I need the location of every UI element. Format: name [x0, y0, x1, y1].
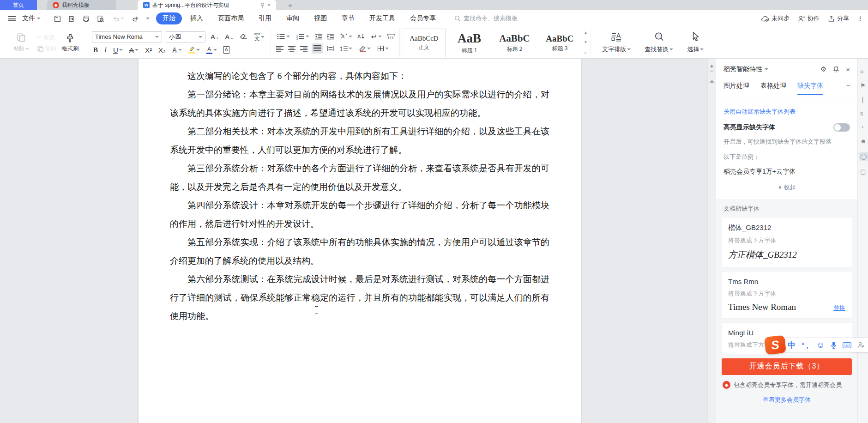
tab-home[interactable]: 首页: [0, 0, 37, 10]
text-layout-button[interactable]: A 文字排版: [595, 31, 638, 54]
toolbar-options-icon[interactable]: [146, 18, 150, 19]
print-icon[interactable]: [82, 15, 90, 23]
style-heading2[interactable]: AaBbC 标题 2: [492, 29, 536, 57]
dock-bookmark-icon[interactable]: ⚑: [860, 83, 868, 89]
document-workspace[interactable]: 这次编写的论文包含了 6 个部分的内容，具体内容如下： 第一部分绪论：本章主要对…: [0, 59, 707, 423]
ribbon-tab-page-layout[interactable]: 页面布局: [211, 12, 250, 24]
font-size-select[interactable]: 小四: [166, 31, 205, 42]
tab-image-processing[interactable]: 图片处理: [723, 82, 749, 95]
font-name-select[interactable]: Times New Roma: [92, 31, 162, 42]
panel-pin-icon[interactable]: [833, 66, 839, 73]
paste-dropdown-icon[interactable]: [25, 48, 29, 50]
styles-more-icon[interactable]: ≡: [584, 50, 587, 55]
copy-button[interactable]: 复制: [37, 45, 56, 53]
print-preview-icon[interactable]: [96, 15, 104, 23]
superscript-button[interactable]: X²: [144, 46, 153, 54]
new-tab-button[interactable]: +: [284, 1, 296, 9]
column-width-button[interactable]: [387, 34, 395, 40]
highlight-color-button[interactable]: [187, 45, 201, 54]
ime-punctuation-icon[interactable]: °，: [802, 342, 810, 349]
undo-dropdown-icon[interactable]: [121, 18, 124, 19]
ribbon-tab-review[interactable]: 审阅: [280, 12, 306, 24]
styles-scroll-down-icon[interactable]: ▼: [584, 40, 587, 44]
panel-tabs-more-icon[interactable]: ≡: [846, 83, 850, 94]
dock-contact-icon[interactable]: ☻: [860, 138, 868, 144]
global-menu-icon[interactable]: [8, 16, 16, 21]
sync-status-button[interactable]: 未同步: [761, 14, 790, 23]
collapse-button[interactable]: ∧ 收起: [716, 183, 857, 192]
sort-button[interactable]: A: [357, 33, 365, 40]
tab-docer-templates[interactable]: ◆ 我稻壳模板: [47, 0, 116, 10]
panel-settings-icon[interactable]: ⚙: [820, 65, 826, 73]
sogou-logo-icon[interactable]: S: [764, 335, 786, 355]
style-heading1[interactable]: AaB 标题 1: [447, 29, 491, 57]
align-right-button[interactable]: [300, 46, 308, 52]
vertical-scrollbar[interactable]: ◆▭: [707, 59, 716, 423]
shading-button[interactable]: [357, 45, 372, 53]
increase-indent-button[interactable]: [326, 33, 335, 40]
font-card-kaiti[interactable]: 楷体_GB2312 将替换成下方字体 方正楷体_GB2312: [722, 218, 852, 267]
ribbon-tab-section[interactable]: 章节: [335, 12, 361, 24]
ribbon-tab-dev-tools[interactable]: 开发工具: [363, 12, 402, 24]
file-menu[interactable]: 文件: [19, 14, 43, 23]
decrease-indent-button[interactable]: [314, 33, 323, 40]
style-heading3[interactable]: AaBbC 标题 3: [537, 29, 582, 57]
replace-link[interactable]: 替换: [833, 304, 845, 312]
increase-font-button[interactable]: A+: [209, 33, 220, 41]
borders-button[interactable]: [376, 44, 390, 53]
save-icon[interactable]: [54, 15, 61, 23]
export-icon[interactable]: [68, 15, 76, 23]
phonetic-guide-button[interactable]: wén文: [253, 31, 266, 42]
ribbon-tab-home[interactable]: 开始: [156, 12, 182, 24]
style-normal[interactable]: AaBbCcD 正文: [402, 29, 446, 57]
dock-help-icon[interactable]: ◯: [859, 152, 868, 161]
more-options-icon[interactable]: ⋮: [857, 15, 863, 22]
decrease-font-button[interactable]: A−: [223, 33, 234, 41]
document-page[interactable]: 这次编写的论文包含了 6 个部分的内容，具体内容如下： 第一部分绪论：本章主要对…: [139, 59, 581, 423]
highlight-missing-fonts-toggle[interactable]: [833, 123, 850, 132]
tab-document-active[interactable]: W 基于 spring...平台的设计与实现 ⚲ ×: [138, 0, 276, 10]
text-effects-button[interactable]: A: [171, 45, 183, 55]
undo-button[interactable]: [111, 14, 126, 23]
dock-clock-icon[interactable]: ◔: [860, 124, 868, 130]
ribbon-tab-view[interactable]: 视图: [307, 12, 333, 24]
dock-outline-icon[interactable]: ≡: [860, 69, 868, 75]
bullet-list-button[interactable]: [276, 32, 291, 41]
format-painter-button[interactable]: 格式刷: [58, 32, 82, 54]
align-left-button[interactable]: [276, 46, 284, 52]
font-color-button[interactable]: A: [205, 45, 218, 55]
align-center-button[interactable]: [288, 46, 296, 52]
numbered-list-button[interactable]: 123: [295, 32, 311, 41]
styles-scroll-up-icon[interactable]: ▲: [584, 30, 587, 35]
underline-button[interactable]: U: [112, 45, 124, 55]
collaborate-button[interactable]: 协作: [798, 14, 820, 23]
download-after-membership-button[interactable]: 开通会员后下载（3）: [722, 358, 852, 375]
command-search-input[interactable]: 查找命令、搜索模板: [454, 14, 518, 23]
ribbon-tab-member[interactable]: 会员专享: [404, 12, 442, 24]
wrap-mark-button[interactable]: [368, 33, 383, 41]
dock-doc-icon[interactable]: ▢: [860, 169, 868, 175]
redo-button[interactable]: [132, 15, 139, 22]
distribute-button[interactable]: [326, 46, 335, 52]
font-card-tmsrmn[interactable]: Tms Rmn 将替换成下方字体 Times New Roman替换: [722, 272, 852, 318]
paste-button[interactable]: 粘贴: [8, 31, 34, 54]
ime-language-icon[interactable]: 中: [788, 341, 796, 349]
disable-auto-show-link[interactable]: 关闭自动展示缺失字体列表: [716, 108, 857, 116]
tab-missing-fonts[interactable]: 缺失字体: [797, 82, 823, 95]
strikethrough-button[interactable]: A: [128, 45, 140, 55]
more-fonts-link[interactable]: 查看更多会员字体: [716, 396, 857, 404]
find-replace-button[interactable]: 查找替换: [638, 31, 680, 54]
scroll-up-icon[interactable]: [710, 80, 714, 83]
ime-keyboard-icon[interactable]: [843, 342, 851, 348]
ruler-toggle-icon[interactable]: ◆▭: [710, 64, 714, 73]
tab-close-icon[interactable]: ×: [267, 2, 271, 8]
clear-format-button[interactable]: [238, 33, 249, 41]
line-spacing-button[interactable]: [338, 45, 354, 53]
character-border-button[interactable]: A: [222, 46, 231, 53]
select-button[interactable]: 选择: [680, 31, 711, 54]
ribbon-tab-insert[interactable]: 插入: [184, 12, 210, 24]
cut-button[interactable]: ✂剪切: [37, 34, 56, 42]
panel-close-icon[interactable]: ×: [846, 66, 850, 73]
character-scale-button[interactable]: A: [338, 32, 354, 41]
ime-account-icon[interactable]: [857, 342, 864, 348]
